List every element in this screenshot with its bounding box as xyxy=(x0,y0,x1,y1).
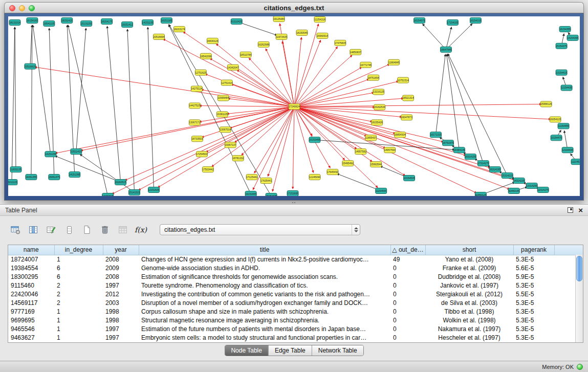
graph-edge[interactable] xyxy=(242,108,293,155)
table-cell[interactable]: 5.3E-5 xyxy=(513,324,554,333)
graph-node[interactable]: 92450145 xyxy=(508,188,519,194)
table-cell[interactable]: 0 xyxy=(390,272,425,281)
table-cell[interactable]: 1997 xyxy=(103,281,139,290)
graph-node[interactable]: 14957593 xyxy=(384,147,396,153)
table-row[interactable]: 977716911998Corpus callosum shape and si… xyxy=(8,307,583,316)
graph-node[interactable]: 15495492 xyxy=(342,161,354,166)
graph-node[interactable]: 17125441 xyxy=(246,174,257,180)
table-cell[interactable]: 6 xyxy=(54,264,103,272)
graph-edge[interactable] xyxy=(296,108,345,160)
column-header-title[interactable]: title xyxy=(139,245,390,255)
table-row[interactable]: 1456911722003Disruption of a novel membe… xyxy=(8,298,583,307)
graph-node[interactable]: 16047873 xyxy=(401,115,412,120)
graph-node[interactable]: 19151655 xyxy=(245,191,256,196)
graph-node[interactable]: 10999484 xyxy=(217,95,229,101)
graph-edge[interactable] xyxy=(169,25,270,194)
table-cell[interactable]: 1998 xyxy=(103,307,139,316)
graph-node[interactable]: 16854934 xyxy=(395,132,406,138)
graph-edge[interactable] xyxy=(337,173,379,190)
graph-node[interactable]: 17645493 xyxy=(327,169,338,175)
graph-node[interactable]: 15131155 xyxy=(81,20,92,26)
table-cell[interactable]: 2003 xyxy=(103,298,139,307)
graph-edge[interactable] xyxy=(295,47,337,105)
graph-node[interactable]: 18781332 xyxy=(232,156,244,161)
graph-node[interactable]: 18151415 xyxy=(61,17,73,23)
table-cell[interactable]: 2 xyxy=(54,290,103,298)
graph-node[interactable]: 14151155 xyxy=(45,151,56,157)
import-table-icon[interactable] xyxy=(116,223,130,237)
graph-node[interactable]: 12104495 xyxy=(562,147,573,153)
graph-node[interactable]: 81310425 xyxy=(231,18,242,24)
table-cell[interactable]: Changes of HCN gene expression and I(f) … xyxy=(139,255,390,264)
graph-edge[interactable] xyxy=(55,107,292,153)
graph-edge[interactable] xyxy=(238,22,277,35)
table-cell[interactable]: Tourette syndrome. Phenomenology and cla… xyxy=(139,281,390,290)
table-cell[interactable]: 2008 xyxy=(103,255,139,264)
table-cell[interactable]: 0 xyxy=(390,281,425,290)
table-cell[interactable]: 5.3E-5 xyxy=(513,298,554,307)
graph-node[interactable]: 16960914 xyxy=(317,33,328,38)
graph-edge[interactable] xyxy=(423,24,445,48)
graph-node[interactable]: 13216125 xyxy=(373,89,384,95)
graph-node[interactable]: 19367137 xyxy=(225,142,236,148)
column-header-in-degree[interactable]: in_degree xyxy=(54,245,103,255)
table-cell[interactable]: 2012 xyxy=(103,290,139,298)
graph-node[interactable]: 17240624 xyxy=(289,104,300,110)
table-cell[interactable]: 1 xyxy=(54,324,103,333)
close-panel-icon[interactable]: × xyxy=(578,207,583,213)
table-cell[interactable]: Wolkin et al. (1998) xyxy=(425,316,513,324)
graph-node[interactable]: 11864845 xyxy=(388,59,400,65)
graph-edge[interactable] xyxy=(296,67,362,105)
table-cell[interactable]: 1 xyxy=(54,307,103,316)
graph-node[interactable]: 19155426 xyxy=(372,120,383,125)
graph-node[interactable]: 12314275 xyxy=(537,187,549,193)
table-cell[interactable]: 18300295 xyxy=(8,272,54,281)
graph-edge[interactable] xyxy=(293,108,294,189)
graph-edge[interactable] xyxy=(199,106,292,107)
graph-node[interactable]: 11855437 xyxy=(365,135,377,141)
graph-edge[interactable] xyxy=(296,104,541,107)
close-window-button[interactable] xyxy=(9,5,15,11)
graph-node[interactable]: 11154555 xyxy=(376,188,387,194)
graph-edge[interactable] xyxy=(296,107,491,168)
table-cell[interactable]: 2 xyxy=(54,298,103,307)
table-cell[interactable]: 18724007 xyxy=(8,255,54,264)
graph-node[interactable]: 16630124 xyxy=(207,38,218,43)
table-cell[interactable]: Estimation of significance thresholds fo… xyxy=(139,272,390,281)
graph-edge[interactable] xyxy=(296,107,466,156)
graph-node[interactable]: 16791975 xyxy=(442,140,453,146)
graph-node[interactable]: 19384135 xyxy=(453,147,465,153)
graph-node[interactable]: 14957582 xyxy=(355,149,366,155)
table-row[interactable]: 946554611997Estimation of the future num… xyxy=(8,324,583,333)
new-document-icon[interactable] xyxy=(80,223,94,237)
column-header-pagerank[interactable]: pagerank xyxy=(513,245,554,255)
table-cell[interactable]: de Silva et al. (2003) xyxy=(425,298,513,307)
network-canvas[interactable]: 1724062418510784162629861197343518150545… xyxy=(8,16,580,196)
graph-edge[interactable] xyxy=(562,34,564,44)
table-cell[interactable]: 9463627 xyxy=(8,333,54,342)
graph-node[interactable]: 15154375 xyxy=(556,43,567,49)
graph-edge[interactable] xyxy=(446,27,451,48)
graph-node[interactable]: 19125484 xyxy=(273,16,285,21)
table-cell[interactable]: 5.3E-5 xyxy=(513,281,554,290)
graph-node[interactable]: 15993544 xyxy=(371,162,382,167)
graph-node[interactable]: 15141515 xyxy=(128,190,140,195)
table-cell[interactable]: Yano et al. (2008) xyxy=(425,255,513,264)
graph-node[interactable]: 19151412 xyxy=(122,21,133,27)
float-panel-icon[interactable] xyxy=(568,207,573,213)
table-selector[interactable]: citations_edges.txt xyxy=(160,224,360,235)
table-row[interactable]: 911546021997Tourette syndrome. Phenomeno… xyxy=(8,281,583,290)
table-row[interactable]: 2242004622012Investigating the contribut… xyxy=(8,290,583,298)
table-cell[interactable]: Genome-wide association studies in ADHD. xyxy=(139,264,390,272)
graph-node[interactable]: 10154535 xyxy=(404,176,415,181)
table-cell[interactable]: 5.3E-5 xyxy=(513,316,554,324)
graph-node[interactable]: 18151185 xyxy=(161,17,172,23)
graph-edge[interactable] xyxy=(272,108,294,191)
graph-edge[interactable] xyxy=(447,24,472,48)
table-cell[interactable]: 0 xyxy=(390,333,425,342)
graph-edge[interactable] xyxy=(80,154,133,191)
graph-edge[interactable] xyxy=(253,108,293,190)
graph-node[interactable]: 10751514 xyxy=(398,77,409,83)
graph-edge[interactable] xyxy=(12,27,15,180)
graph-node[interactable]: 13314255 xyxy=(526,183,537,189)
